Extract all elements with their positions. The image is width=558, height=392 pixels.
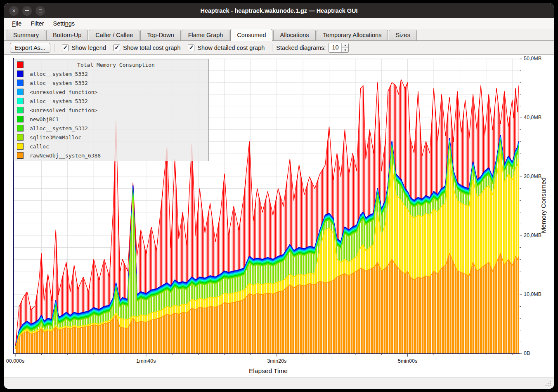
y-tick-label: 10,0MB [524,291,541,297]
stacked-diagrams-label: Stacked diagrams: [276,45,326,51]
status-bar [4,378,554,389]
legend-item: <unresolved function> [14,106,208,115]
legend-swatch-icon [17,89,24,95]
y-tick-label: 30,0MB [524,174,541,179]
legend-swatch-icon [17,134,24,141]
checkbox-label: Show total cost graph [123,45,180,51]
x-tick-label: 3min20s [267,358,286,364]
legend-label: <unresolved function> [30,89,97,95]
tab-consumed[interactable]: Consumed [230,29,272,41]
legend-swatch-icon [17,61,24,68]
legend-swatch-icon [17,143,24,150]
tab-allocations[interactable]: Allocations [273,30,315,40]
app-window: ✕ Heaptrack - heaptrack.wakunode.1.gz — … [4,3,554,389]
stacked-diagrams-spinner[interactable]: 10 ▲ ▼ [329,43,349,53]
export-as-button[interactable]: Export As... [10,43,50,53]
spinner-up-icon[interactable]: ▲ [342,43,348,48]
legend-swatch-icon [17,152,24,159]
tab-sizes[interactable]: Sizes [389,30,416,40]
legend-label: <unresolved function> [30,107,97,113]
tab-top-down[interactable]: Top-Down [140,30,180,40]
minimize-icon[interactable] [22,6,32,16]
legend-item: Total Memory Consumption [14,60,208,69]
legend-item: sqlite3MemMalloc [14,133,208,142]
spinner-value[interactable]: 10 [329,43,341,52]
tab-flame-graph[interactable]: Flame Graph [182,30,230,40]
y-tick-label: 0B [524,350,530,356]
toolbar-separator [54,44,54,52]
x-tick-label: 00.000s [6,358,24,364]
legend-item: rawNewObj__system_6388 [14,151,208,160]
tab-bottom-up[interactable]: Bottom-Up [46,30,88,40]
legend-swatch-icon [17,98,24,104]
legend-label: alloc__system_5332 [30,98,88,104]
legend-label: alloc__system_5332 [30,71,88,77]
checkbox-box[interactable]: ✓ [113,45,120,51]
checkbox-box[interactable]: ✓ [188,45,194,51]
legend-label: newObjRC1 [30,116,59,122]
legend-swatch-icon [17,116,24,122]
legend-item: alloc__system_5332 [14,69,208,78]
window-title: Heaptrack - heaptrack.wakunode.1.gz — He… [4,7,554,14]
close-icon[interactable]: ✕ [9,6,19,16]
checkbox-label: Show detailed cost graph [197,45,265,51]
menu-bar: FileFilterSettings [4,18,554,29]
toolbar-separator [272,44,272,52]
menu-item-settings[interactable]: Settings [49,19,79,28]
checkbox-label: Show legend [71,45,106,51]
tab-bar: SummaryBottom-UpCaller / CalleeTop-DownF… [4,29,554,41]
x-tick-label: 5min00s [398,358,417,364]
checkbox-show-total-cost-graph[interactable]: ✓Show total cost graph [113,45,180,51]
menu-item-filter[interactable]: Filter [26,19,48,28]
legend-label: rawNewObj__system_6388 [30,153,101,159]
legend-item: <unresolved function> [14,87,208,96]
checkbox-box[interactable]: ✓ [62,45,69,51]
legend-label: sqlite3MemMalloc [30,134,81,141]
y-tick-label: 50,0MB [524,56,541,61]
x-tick-label: 1min40s [136,358,156,364]
legend-label: alloc__system_5332 [30,125,88,131]
maximize-icon[interactable] [35,6,45,16]
title-bar[interactable]: ✕ Heaptrack - heaptrack.wakunode.1.gz — … [4,3,554,18]
legend-swatch-icon [17,80,24,86]
toolbar: Export As... ✓Show legend✓Show total cos… [4,41,554,54]
legend-item: calloc [14,142,208,151]
legend-item: alloc__system_5332 [14,96,208,106]
legend-item: alloc__system_5332 [14,124,208,133]
legend-label: alloc__system_5332 [30,80,88,86]
tab-caller-callee[interactable]: Caller / Callee [89,30,140,40]
x-axis-title: Elapsed Time [4,367,532,375]
legend-item: alloc__system_5332 [14,78,208,87]
legend-label: calloc [30,143,49,150]
tab-summary[interactable]: Summary [7,30,45,40]
consumed-chart: 00.000s1min40s3min20s5min00s0B10,0MB20,0… [4,54,554,378]
legend-swatch-icon [17,70,24,77]
window-controls: ✕ [9,6,45,16]
checkbox-show-detailed-cost-graph[interactable]: ✓Show detailed cost graph [188,45,265,51]
menu-item-file[interactable]: File [7,19,26,28]
legend-item: newObjRC1 [14,115,208,124]
tab-temporary-allocations[interactable]: Temporary Allocations [317,30,388,40]
legend-swatch-icon [17,125,24,131]
spinner-down-icon[interactable]: ▼ [342,48,348,52]
y-axis-title: Memory Consumed [540,164,548,246]
legend-label: Total Memory Consumption [24,62,208,68]
resize-grip[interactable] [545,380,551,387]
legend-swatch-icon [17,107,24,113]
y-tick-label: 20,0MB [524,232,541,238]
checkbox-show-legend[interactable]: ✓Show legend [62,45,106,51]
chart-legend: Total Memory Consumptionalloc__system_53… [14,59,209,161]
y-tick-label: 40,0MB [524,115,541,120]
